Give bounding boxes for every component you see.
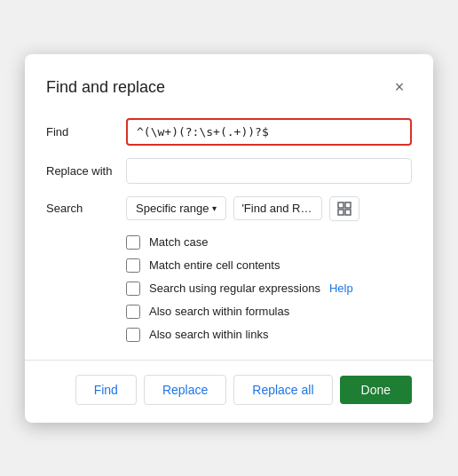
done-button[interactable]: Done xyxy=(340,376,412,404)
match-case-checkbox[interactable] xyxy=(126,235,140,250)
search-label: Search xyxy=(46,202,126,215)
close-button[interactable]: × xyxy=(387,75,412,100)
replace-input[interactable] xyxy=(126,158,412,184)
regex-row: Search using regular expressions Help xyxy=(126,282,412,296)
find-input[interactable] xyxy=(126,118,412,146)
replace-all-button[interactable]: Replace all xyxy=(233,375,332,405)
find-button[interactable]: Find xyxy=(75,375,137,405)
find-label: Find xyxy=(46,125,126,139)
divider xyxy=(25,360,433,361)
checkboxes-section: Match case Match entire cell contents Se… xyxy=(126,235,412,342)
links-checkbox[interactable] xyxy=(126,328,140,342)
match-entire-checkbox[interactable] xyxy=(126,258,140,273)
find-replace-dialog: Find and replace × Find Replace with Sea… xyxy=(25,54,433,423)
replace-button[interactable]: Replace xyxy=(144,375,226,405)
select-range-button[interactable] xyxy=(329,196,359,221)
svg-rect-1 xyxy=(345,202,351,208)
dialog-title: Find and replace xyxy=(46,78,165,97)
match-case-row: Match case xyxy=(126,235,412,250)
formulas-label: Also search within formulas xyxy=(149,305,289,318)
match-case-label: Match case xyxy=(149,235,208,249)
buttons-row: Find Replace Replace all Done xyxy=(46,375,412,405)
search-controls: Specific range ▾ 'Find and Repla xyxy=(126,196,359,221)
find-row: Find xyxy=(46,118,412,146)
dialog-header: Find and replace × xyxy=(46,75,412,100)
replace-label: Replace with xyxy=(46,164,126,178)
search-row: Search Specific range ▾ 'Find and Repla xyxy=(46,196,412,221)
links-label: Also search within links xyxy=(149,328,268,341)
match-entire-label: Match entire cell contents xyxy=(149,258,280,272)
replace-row: Replace with xyxy=(46,158,412,184)
formulas-row: Also search within formulas xyxy=(126,305,412,319)
svg-rect-2 xyxy=(338,210,344,215)
chevron-down-icon: ▾ xyxy=(212,203,217,213)
dropdown-label: Specific range xyxy=(136,202,209,215)
range-display: 'Find and Repla xyxy=(233,196,322,220)
grid-icon xyxy=(337,202,351,216)
formulas-checkbox[interactable] xyxy=(126,305,140,319)
search-scope-dropdown[interactable]: Specific range ▾ xyxy=(126,196,226,220)
regex-checkbox[interactable] xyxy=(126,282,140,296)
match-entire-row: Match entire cell contents xyxy=(126,258,412,273)
regex-label: Search using regular expressions xyxy=(149,282,320,295)
svg-rect-3 xyxy=(345,210,351,215)
regex-help-link[interactable]: Help xyxy=(329,282,353,295)
svg-rect-0 xyxy=(338,202,344,208)
links-row: Also search within links xyxy=(126,328,412,342)
